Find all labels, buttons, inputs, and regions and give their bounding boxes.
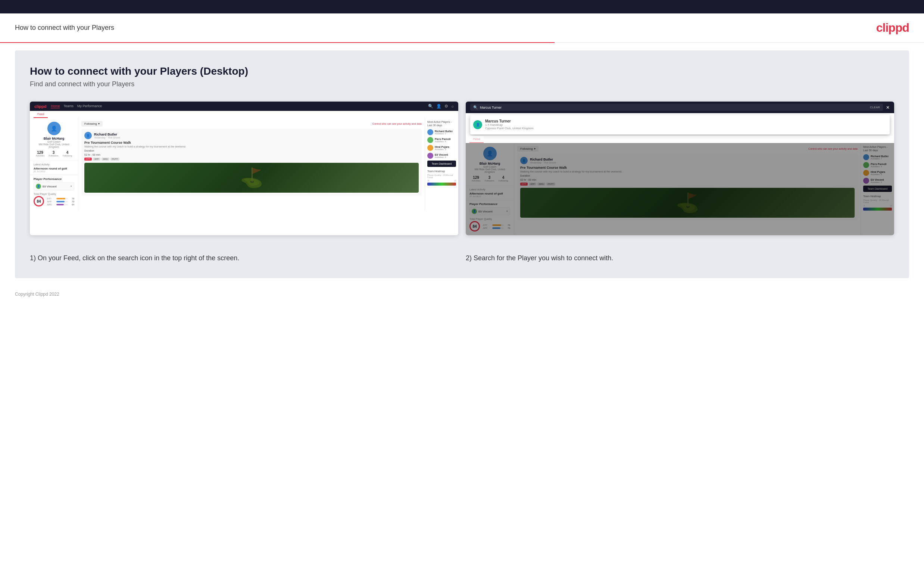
pp-title-1: Player Performance <box>34 177 74 181</box>
activity-card-desc-1: Walking the course with my coach to buil… <box>84 145 419 148</box>
activity-avatar-1: 👤 <box>84 132 92 139</box>
profile-stats-1: 129 Activities 3 Followers 4 Following <box>34 151 74 157</box>
profile-img-1: 👤 <box>47 122 61 135</box>
nav-performance-1[interactable]: My Performance <box>77 104 102 108</box>
stat-foing-label-1: Following <box>63 154 72 157</box>
control-link-1[interactable]: Control who can see your activity and da… <box>372 122 422 125</box>
main-content: How to connect with your Players (Deskto… <box>15 50 909 278</box>
app-body-2: 👤 Blair McHarg Golf Coach Mill Ride Golf… <box>466 143 894 235</box>
active-player-1-4: Eli Vincent Activities: 1 <box>427 153 456 159</box>
active-player-1-1: Richard Butler Activities: 7 <box>427 129 456 135</box>
main-title: How to connect with your Players (Deskto… <box>30 65 894 77</box>
activity-image-1: ⛳ <box>84 163 419 193</box>
heatmap-bar-1 <box>427 183 456 185</box>
app-body-1: 👤 Blair McHarg Golf Coach Mill Ride Golf… <box>30 118 458 210</box>
settings-icon-1[interactable]: ⚙ <box>445 104 448 109</box>
profile-card-2: 👤 Blair McHarg Golf Coach Mill Ride Golf… <box>466 143 514 186</box>
step-1-desc: 1) On your Feed, click on the search ico… <box>30 244 458 263</box>
metric-bars-1: OTT 79 APP 70 <box>47 198 74 206</box>
activity-user-date-1: Yesterday · The Grove <box>94 136 120 139</box>
profile-stats-2: 129 Activities 3 Followers 4 Following <box>469 175 510 182</box>
search-result-handicap-2: 1.5 Handicap <box>485 123 534 127</box>
page-title: How to connect with your Players <box>15 24 114 32</box>
activity-image-2: ⛳ <box>520 188 854 218</box>
header-divider <box>0 42 924 43</box>
la-title-1: Afternoon round of golf <box>34 167 74 170</box>
feed-tab-1[interactable]: Feed <box>34 111 48 118</box>
search-close-2[interactable]: ✕ <box>886 105 890 110</box>
app-middle-1: Following ▾ Control who can see your act… <box>78 118 425 210</box>
tpq-row-1: Total Player Quality <box>34 193 74 195</box>
most-active-title-1: Most Active Players - Last 30 days <box>427 120 456 127</box>
metric-app-1: APP 70 <box>47 201 74 203</box>
stat-fol-label-1: Followers <box>49 154 58 157</box>
nav-home-1[interactable]: Home <box>51 104 60 108</box>
step-2-desc: 2) Search for the Player you wish to con… <box>466 244 894 263</box>
user-icon-1[interactable]: 👤 <box>436 104 442 109</box>
following-btn-1[interactable]: Following ▾ <box>81 121 103 127</box>
latest-activity-2: Latest Activity Afternoon round of golf … <box>466 186 514 200</box>
search-icon-2: 🔍 <box>473 105 478 109</box>
profile-name-1: Blair McHarg <box>34 136 74 140</box>
player-select-1[interactable]: 👤 Eli Vincent ▾ <box>34 182 74 190</box>
search-result-name-2: Marcus Turner <box>485 119 534 123</box>
app-mock-2: 🔍 Marcus Turner CLEAR ✕ 👤 Marcus Turner … <box>466 102 894 235</box>
search-overlay-2: 🔍 Marcus Turner CLEAR ✕ <box>466 102 894 113</box>
activity-duration-1: 02 hr : 00 min <box>84 153 419 156</box>
stat-foing-num-1: 4 <box>63 151 72 154</box>
logo: clippd <box>876 21 909 35</box>
team-dashboard-btn-2: Team Dashboard <box>863 185 892 192</box>
stat-act-num-1: 129 <box>36 151 45 154</box>
top-bar <box>0 0 924 13</box>
player-performance-2: Player Performance 👤 Eli Vincent ▾ Total… <box>466 200 514 235</box>
la-label-1: Latest Activity <box>34 163 74 166</box>
la-date-1: 27 Jul 2022 <box>34 170 74 172</box>
search-input-2[interactable]: Marcus Turner <box>480 106 867 109</box>
profile-club-1: Mill Ride Golf Club, United Kingdom <box>34 143 74 148</box>
search-icon-1[interactable]: 🔍 <box>428 104 433 109</box>
player-select-2: 👤 Eli Vincent ▾ <box>469 207 510 216</box>
feed-tab-2[interactable]: Feed <box>469 136 484 143</box>
app-mock-1: clippd Home Teams My Performance 🔍 👤 ⚙ ○ <box>30 102 458 210</box>
main-subtitle: Find and connect with your Players <box>30 80 894 88</box>
profile-role-2: Golf Coach <box>469 166 510 168</box>
player-performance-1: Player Performance 👤 Eli Vincent ▾ Total… <box>30 175 78 210</box>
stat-following-1: 4 Following <box>63 151 72 157</box>
latest-activity-1: Latest Activity Afternoon round of golf … <box>30 161 78 175</box>
activity-duration-label-1: Duration <box>84 149 419 152</box>
avatar-icon-1[interactable]: ○ <box>451 104 454 109</box>
metric-arg-1: ARG 64 <box>47 203 74 206</box>
app-middle-2: Following ▾ Control who can see your act… <box>514 143 861 235</box>
activity-card-1: 👤 Richard Butler Yesterday · The Grove P… <box>81 129 422 196</box>
stat-activities-1: 129 Activities <box>36 151 45 157</box>
activity-tags-1: OTT APP ARG PUTT <box>84 157 419 161</box>
app-logo-1: clippd <box>34 104 46 109</box>
team-dashboard-btn-1[interactable]: Team Dashboard <box>427 161 456 167</box>
app-nav-icons-1: 🔍 👤 ⚙ ○ <box>428 104 454 109</box>
following-row-1: Following ▾ Control who can see your act… <box>81 121 422 127</box>
nav-teams-1[interactable]: Teams <box>63 104 73 108</box>
profile-role-1: Golf Coach <box>34 140 74 143</box>
stat-act-label-1: Activities <box>36 154 45 157</box>
search-bar-2[interactable]: 🔍 Marcus Turner CLEAR <box>470 104 883 111</box>
activity-card-title-1: Pre Tournament Course Walk <box>84 141 419 144</box>
stat-fol-num-1: 3 <box>49 151 58 154</box>
search-dropdown-2: 👤 Marcus Turner 1.5 Handicap Cypress Poi… <box>470 115 890 135</box>
profile-name-2: Blair McHarg <box>469 162 510 166</box>
search-result-item-2[interactable]: 👤 Marcus Turner 1.5 Handicap Cypress Poi… <box>473 118 887 132</box>
step-1-text: 1) On your Feed, click on the search ico… <box>30 253 458 263</box>
header: How to connect with your Players clippd <box>0 13 924 42</box>
player-select-name-1: Eli Vincent <box>42 185 69 188</box>
search-result-club-2: Cypress Point Club, United Kingdom <box>485 127 534 130</box>
player-select-arrow-1: ▾ <box>71 185 72 188</box>
app-left-2: 👤 Blair McHarg Golf Coach Mill Ride Golf… <box>466 143 514 235</box>
app-left-1: 👤 Blair McHarg Golf Coach Mill Ride Golf… <box>30 118 78 210</box>
search-clear-2[interactable]: CLEAR <box>870 106 880 109</box>
profile-club-2: Mill Ride Golf Club, United Kingdom <box>469 168 510 173</box>
panel-2: 🔍 Marcus Turner CLEAR ✕ 👤 Marcus Turner … <box>466 102 894 235</box>
panels-container: clippd Home Teams My Performance 🔍 👤 ⚙ ○ <box>30 102 894 235</box>
metric-ott-1: OTT 79 <box>47 198 74 200</box>
heatmap-bar-2 <box>863 208 892 211</box>
team-heatmap-subtitle-1: Player Quality · 20 Round Trend <box>427 174 456 179</box>
team-heatmap-title-1: Team Heatmap <box>427 170 456 172</box>
